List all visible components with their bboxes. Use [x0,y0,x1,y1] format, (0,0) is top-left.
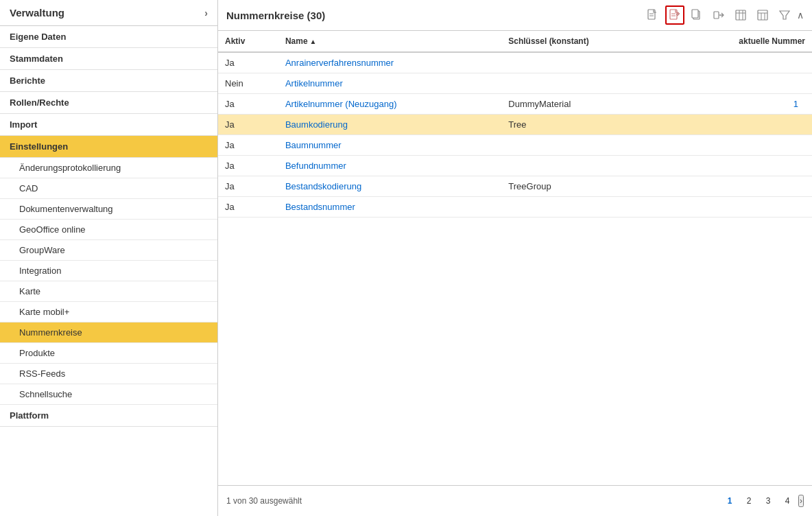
collapse-icon[interactable]: ∧ [797,10,804,21]
sidebar-item-plattform[interactable]: Plattform [0,405,217,427]
cell-name-3[interactable]: Baumkodierung [278,115,501,135]
btn-copy[interactable] [687,5,706,25]
nummernkreise-table: AktivNameSchlüssel (konstant)aktuelle Nu… [218,31,812,218]
sidebar-item-eigene-daten[interactable]: Eigene Daten [0,26,217,48]
cell-aktiv-1: Nein [218,73,278,94]
cell-schluessel-0 [501,52,669,73]
col-header-schluessel[interactable]: Schlüssel (konstant) [501,31,669,52]
sidebar-title: Verwaltung [10,7,64,19]
cell-schluessel-7 [501,197,669,218]
table-header: AktivNameSchlüssel (konstant)aktuelle Nu… [218,31,812,52]
btn-move[interactable] [709,5,728,25]
sidebar-collapse-icon[interactable]: › [204,8,208,19]
sidebar-item-nummernkreise[interactable]: Nummernkreise [0,322,217,343]
col-header-aktiv[interactable]: Aktiv [218,31,278,52]
svg-rect-8 [692,10,698,18]
page-title: Nummernkreise (30) [226,10,325,21]
cell-schluessel-5 [501,156,669,176]
cell-aktiv-2: Ja [218,94,278,115]
cell-name-2[interactable]: Artikelnummer (Neuzugang) [278,94,501,115]
page-btn-1[interactable]: 1 [721,493,738,509]
svg-rect-11 [736,10,745,20]
main-content: Nummernkreise (30) [218,0,812,516]
toolbar: ∧ [643,5,804,25]
table-row[interactable]: JaBestandskodierungTreeGroup [218,176,812,197]
sidebar-item-cad[interactable]: CAD [0,178,217,199]
svg-rect-9 [714,12,719,19]
sidebar-item-dokumentenverwaltung[interactable]: Dokumentenverwaltung [0,199,217,220]
pagination-bar: 1 von 30 ausgewählt 1234› [218,485,812,516]
sidebar-item-integration[interactable]: Integration [0,261,217,281]
sidebar: Verwaltung › Eigene DatenStammdatenBeric… [0,0,218,516]
cell-schluessel-3: Tree [501,115,669,135]
sidebar-item-rss-feeds[interactable]: RSS-Feeds [0,364,217,384]
btn-edit[interactable] [665,5,684,25]
btn-table[interactable] [731,5,750,25]
page-btn-2[interactable]: 2 [741,493,757,509]
sidebar-item-geooffice-online[interactable]: GeoOffice online [0,220,217,240]
svg-rect-15 [758,10,767,20]
table-row[interactable]: JaAnrainerverfahrensnummer [218,52,812,73]
table-row[interactable]: JaBefundnummer [218,156,812,176]
main-header: Nummernkreise (30) [218,0,812,31]
sidebar-item-aenderungsprotokollierung[interactable]: Änderungsprotokollierung [0,158,217,178]
table-row[interactable]: JaBaumkodierungTree [218,115,812,135]
btn-filter[interactable] [775,5,794,25]
cell-aktiv-3: Ja [218,115,278,135]
sidebar-header[interactable]: Verwaltung › [0,0,217,26]
cell-name-1[interactable]: Artikelnummer [278,73,501,94]
sidebar-item-einstellungen[interactable]: Einstellungen [0,136,217,158]
cell-name-0[interactable]: Anrainerverfahrensnummer [278,52,501,73]
pagination-next[interactable]: › [798,495,804,507]
table-row[interactable]: JaBestandsnummer [218,197,812,218]
cell-name-5[interactable]: Befundnummer [278,156,501,176]
table-row[interactable]: JaArtikelnummer (Neuzugang)DummyMaterial… [218,94,812,115]
page-btn-3[interactable]: 3 [760,493,776,509]
cell-nummer-4 [669,135,812,156]
pagination-pages: 1234› [721,493,804,509]
sidebar-item-berichte[interactable]: Berichte [0,70,217,92]
pagination-info: 1 von 30 ausgewählt [226,496,302,506]
cell-name-4[interactable]: Baumnummer [278,135,501,156]
cell-schluessel-1 [501,73,669,94]
sidebar-item-produkte[interactable]: Produkte [0,343,217,364]
col-header-nummer[interactable]: aktuelle Nummer [669,31,812,52]
cell-schluessel-2: DummyMaterial [501,94,669,115]
cell-aktiv-7: Ja [218,197,278,218]
sidebar-item-groupware[interactable]: GroupWare [0,240,217,261]
sidebar-item-schnellsuche[interactable]: Schnellsuche [0,384,217,405]
cell-nummer-0 [669,52,812,73]
cell-name-6[interactable]: Bestandskodierung [278,176,501,197]
cell-schluessel-4 [501,135,669,156]
cell-nummer-5 [669,156,812,176]
sidebar-item-stammdaten[interactable]: Stammdaten [0,48,217,70]
cell-nummer-6 [669,176,812,197]
btn-columns[interactable] [753,5,772,25]
sidebar-nav: Eigene DatenStammdatenBerichteRollen/Rec… [0,26,217,427]
table-area: AktivNameSchlüssel (konstant)aktuelle Nu… [218,31,812,485]
cell-aktiv-5: Ja [218,156,278,176]
cell-name-7[interactable]: Bestandsnummer [278,197,501,218]
col-header-name[interactable]: Name [278,31,501,52]
sidebar-item-rollen-rechte[interactable]: Rollen/Rechte [0,92,217,114]
cell-nummer-3 [669,115,812,135]
sidebar-item-import[interactable]: Import [0,114,217,136]
cell-schluessel-6: TreeGroup [501,176,669,197]
sidebar-item-karte-mobil[interactable]: Karte mobil+ [0,302,217,322]
cell-nummer-7 [669,197,812,218]
sidebar-item-karte[interactable]: Karte [0,281,217,302]
cell-nummer-1 [669,73,812,94]
svg-marker-19 [780,11,789,19]
btn-new-doc[interactable] [643,5,662,25]
cell-aktiv-4: Ja [218,135,278,156]
toolbar-buttons [643,5,794,25]
page-btn-4[interactable]: 4 [779,493,796,509]
table-row[interactable]: JaBaumnummer [218,135,812,156]
table-row[interactable]: NeinArtikelnummer [218,73,812,94]
cell-aktiv-0: Ja [218,52,278,73]
table-body: JaAnrainerverfahrensnummerNeinArtikelnum… [218,52,812,218]
cell-aktiv-6: Ja [218,176,278,197]
cell-nummer-2: 1 [669,94,812,115]
